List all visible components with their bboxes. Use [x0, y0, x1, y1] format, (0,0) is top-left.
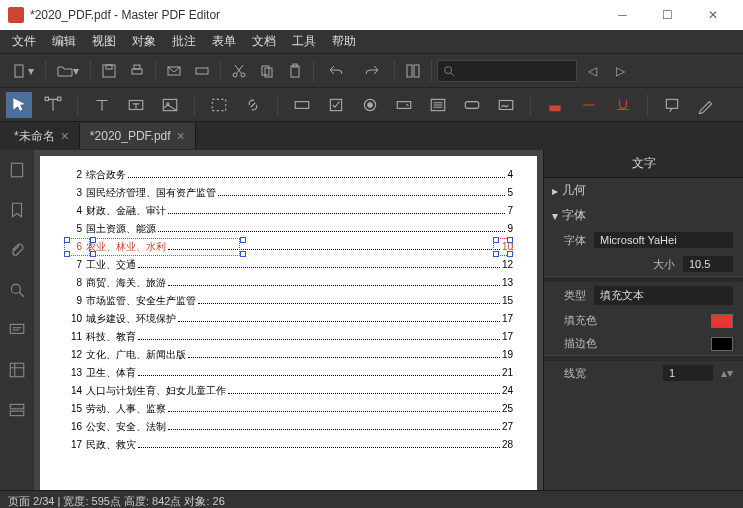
copy-button[interactable]: [254, 58, 280, 84]
fill-color-swatch[interactable]: [711, 314, 733, 328]
toc-line[interactable]: 16公安、安全、法制27: [64, 420, 513, 434]
link-tool[interactable]: [240, 92, 266, 118]
main-toolbar: ▾ ▾ ◁ ▷: [0, 54, 743, 88]
menu-file[interactable]: 文件: [4, 33, 44, 50]
form-button-tool[interactable]: [459, 92, 485, 118]
menu-edit[interactable]: 编辑: [44, 33, 84, 50]
toc-line[interactable]: 8商贸、海关、旅游13: [64, 276, 513, 290]
font-value[interactable]: Microsoft YaHei: [594, 232, 733, 248]
toc-line[interactable]: 2综合政务4: [64, 168, 513, 182]
form-list-tool[interactable]: [425, 92, 451, 118]
menu-view[interactable]: 视图: [84, 33, 124, 50]
maximize-button[interactable]: ☐: [645, 0, 690, 30]
form-check-tool[interactable]: [323, 92, 349, 118]
window-title: *2020_PDF.pdf - Master PDF Editor: [30, 8, 600, 22]
svg-rect-34: [10, 363, 24, 377]
underline-tool[interactable]: [610, 92, 636, 118]
menu-annotate[interactable]: 批注: [164, 33, 204, 50]
comments-tool[interactable]: [5, 318, 29, 342]
tab-close-icon[interactable]: ×: [177, 128, 185, 144]
thumbnails-tool[interactable]: [5, 158, 29, 182]
toc-line[interactable]: 7工业、交通12: [64, 258, 513, 272]
size-value[interactable]: 10.5: [683, 256, 733, 272]
search-next-button[interactable]: ▷: [607, 58, 633, 84]
menu-bar: 文件 编辑 视图 对象 批注 表单 文档 工具 帮助: [0, 30, 743, 54]
text-select-tool[interactable]: [40, 92, 66, 118]
form-radio-tool[interactable]: [357, 92, 383, 118]
toc-line[interactable]: 13卫生、体育21: [64, 366, 513, 380]
bookmarks-tool[interactable]: [5, 198, 29, 222]
status-text: 页面 2/34 | 宽度: 595点 高度: 842点 对象: 26: [8, 494, 225, 508]
paste-button[interactable]: [282, 58, 308, 84]
svg-rect-11: [291, 66, 299, 77]
menu-tools[interactable]: 工具: [284, 33, 324, 50]
redo-button[interactable]: [355, 58, 389, 84]
form-text-tool[interactable]: [289, 92, 315, 118]
layout-button[interactable]: [400, 58, 426, 84]
note-tool[interactable]: [659, 92, 685, 118]
menu-help[interactable]: 帮助: [324, 33, 364, 50]
search-input[interactable]: [437, 60, 577, 82]
print-button[interactable]: [124, 58, 150, 84]
fields-tool[interactable]: [5, 358, 29, 382]
highlight-tool[interactable]: [542, 92, 568, 118]
open-button[interactable]: ▾: [51, 58, 85, 84]
width-value[interactable]: 1: [663, 365, 713, 381]
strikeout-tool[interactable]: [576, 92, 602, 118]
attachments-tool[interactable]: [5, 238, 29, 262]
minimize-button[interactable]: ─: [600, 0, 645, 30]
menu-form[interactable]: 表单: [204, 33, 244, 50]
stroke-label: 描边色: [564, 336, 703, 351]
toc-line[interactable]: 3国民经济管理、国有资产监管5: [64, 186, 513, 200]
stroke-color-swatch[interactable]: [711, 337, 733, 351]
text-box-tool[interactable]: [123, 92, 149, 118]
toc-line[interactable]: 12文化、广电、新闻出版19: [64, 348, 513, 362]
svg-rect-36: [10, 411, 24, 416]
tab-untitled[interactable]: *未命名×: [4, 123, 80, 149]
select-tool[interactable]: [6, 92, 32, 118]
form-combo-tool[interactable]: [391, 92, 417, 118]
toc-line[interactable]: 6农业、林业、水利10: [64, 240, 513, 254]
toc-line[interactable]: 14人口与计划生育、妇女儿童工作24: [64, 384, 513, 398]
toc-line[interactable]: 4财政、金融、审计7: [64, 204, 513, 218]
toc-line[interactable]: 17民政、救灾28: [64, 438, 513, 452]
image-tool[interactable]: [157, 92, 183, 118]
properties-panel: 文字 ▸ 几何 ▾ 字体 字体Microsoft YaHei 大小10.5 类型…: [543, 150, 743, 490]
toc-line[interactable]: 10城乡建设、环境保护17: [64, 312, 513, 326]
save-button[interactable]: [96, 58, 122, 84]
scanner-button[interactable]: [189, 58, 215, 84]
close-button[interactable]: ✕: [690, 0, 735, 30]
menu-object[interactable]: 对象: [124, 33, 164, 50]
app-logo-icon: [8, 7, 24, 23]
layers-tool[interactable]: [5, 398, 29, 422]
cut-button[interactable]: [226, 58, 252, 84]
svg-point-15: [445, 66, 452, 73]
pencil-tool[interactable]: [693, 92, 719, 118]
search-prev-button[interactable]: ◁: [579, 58, 605, 84]
email-button[interactable]: [161, 58, 187, 84]
undo-button[interactable]: [319, 58, 353, 84]
toc-line[interactable]: 5国土资源、能源9: [64, 222, 513, 236]
svg-rect-4: [134, 65, 140, 69]
svg-rect-2: [106, 65, 112, 69]
page-content: 2综合政务43国民经济管理、国有资产监管54财政、金融、审计75国土资源、能源9…: [40, 156, 537, 490]
toc-line[interactable]: 9市场监管、安全生产监管15: [64, 294, 513, 308]
section-geometry[interactable]: ▸ 几何: [544, 178, 743, 203]
svg-rect-13: [407, 65, 412, 77]
toc-line[interactable]: 15劳动、人事、监察25: [64, 402, 513, 416]
size-label: 大小: [653, 257, 675, 272]
form-sign-tool[interactable]: [493, 92, 519, 118]
tab-current[interactable]: *2020_PDF.pdf×: [80, 123, 196, 149]
toc-line[interactable]: 11科技、教育17: [64, 330, 513, 344]
type-value[interactable]: 填充文本: [594, 286, 733, 305]
svg-point-8: [241, 73, 245, 77]
new-button[interactable]: ▾: [6, 58, 40, 84]
document-area[interactable]: 2综合政务43国民经济管理、国有资产监管54财政、金融、审计75国土资源、能源9…: [34, 150, 543, 490]
select-rect-tool[interactable]: [206, 92, 232, 118]
svg-rect-26: [397, 101, 411, 108]
search-panel-tool[interactable]: [5, 278, 29, 302]
section-font[interactable]: ▾ 字体: [544, 203, 743, 228]
text-tool[interactable]: [89, 92, 115, 118]
tab-close-icon[interactable]: ×: [61, 128, 69, 144]
menu-document[interactable]: 文档: [244, 33, 284, 50]
